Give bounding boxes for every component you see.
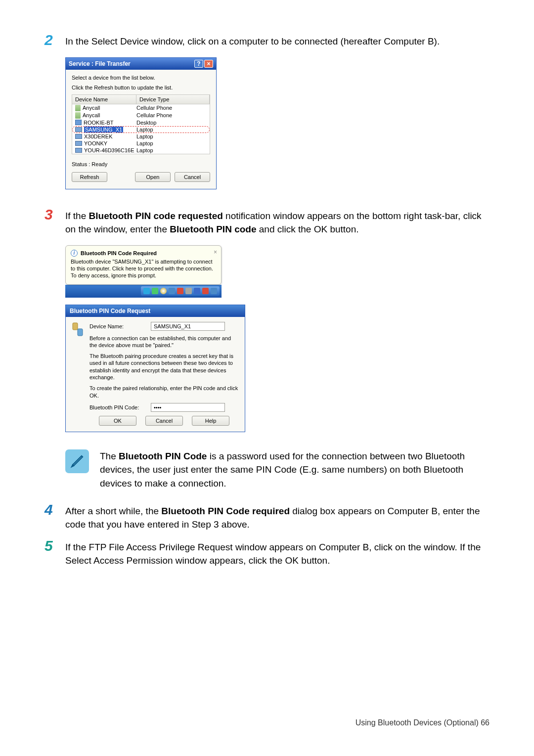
- step-2: 2 In the Select Device window, click on …: [44, 35, 490, 48]
- svg-rect-1: [78, 329, 83, 336]
- device-table-header: Device Name Device Type: [72, 95, 210, 104]
- status-text: Status : Ready: [72, 161, 210, 167]
- close-icon[interactable]: ×: [204, 60, 213, 68]
- ok-button[interactable]: OK: [99, 416, 136, 426]
- system-tray: [141, 286, 220, 296]
- notification-title: i Bluetooth PIN Code Required: [71, 250, 216, 257]
- cancel-button[interactable]: Cancel: [145, 416, 183, 426]
- pin-code-request-dialog: Bluetooth PIN Code Request Device Name: …: [65, 305, 245, 432]
- titlebar-buttons: ? ×: [194, 60, 213, 68]
- table-row[interactable]: Anycall Cellular Phone: [72, 112, 210, 119]
- step-number-2: 2: [44, 33, 65, 47]
- table-row[interactable]: ROOKIE-BT Desktop: [72, 119, 210, 126]
- laptop-icon: [75, 141, 82, 146]
- refresh-button[interactable]: Refresh: [72, 172, 107, 182]
- table-row[interactable]: X30DEREK Laptop: [72, 133, 210, 140]
- dialog-instruction-2: Click the Refresh button to update the l…: [72, 85, 210, 90]
- pin-paragraph-1: Before a connection can be established, …: [89, 335, 239, 349]
- step-number-5: 5: [44, 538, 65, 553]
- pin-dialog-content: Device Name: SAMSUNG_X1 Before a connect…: [89, 322, 239, 426]
- step-4: 4 After a short while, the Bluetooth PIN…: [44, 504, 490, 532]
- pin-dialog-buttons: OK Cancel Help: [89, 416, 239, 426]
- tray-icon[interactable]: [160, 288, 167, 294]
- tray-icon[interactable]: [185, 288, 192, 294]
- cancel-button[interactable]: Cancel: [175, 172, 210, 182]
- device-name-label: Device Name:: [89, 323, 148, 329]
- column-device-name[interactable]: Device Name: [72, 95, 136, 104]
- dialog-buttons: Refresh Open Cancel: [72, 172, 210, 184]
- device-name-field: SAMSUNG_X1: [151, 322, 225, 331]
- tray-icon[interactable]: [202, 288, 209, 294]
- pairing-icon: [72, 322, 85, 426]
- table-row[interactable]: Anycall Cellular Phone: [72, 104, 210, 112]
- pin-paragraph-3: To create the paired relationship, enter…: [89, 385, 239, 399]
- note-text: The Bluetooth PIN Code is a password use…: [100, 449, 490, 490]
- step-2-text: In the Select Device window, click on a …: [65, 35, 490, 48]
- note-icon: [65, 449, 89, 473]
- help-button[interactable]: Help: [192, 416, 229, 426]
- phone-icon: [75, 105, 81, 111]
- select-device-dialog-wrap: Service : File Transfer ? × Select a dev…: [65, 57, 490, 189]
- device-table: Device Name Device Type Anycall Cellular…: [72, 94, 210, 154]
- step-number-4: 4: [44, 502, 65, 517]
- notification-body: Bluetooth device "SAMSUNG_X1" is attempt…: [71, 258, 216, 279]
- dialog-instruction-1: Select a device from the list below.: [72, 75, 210, 81]
- phone-icon: [75, 112, 81, 119]
- tray-icon[interactable]: [211, 288, 217, 294]
- note-block: The Bluetooth PIN Code is a password use…: [65, 449, 490, 490]
- svg-rect-0: [73, 323, 78, 330]
- step-3-text: If the Bluetooth PIN code requested noti…: [65, 209, 490, 236]
- tray-icon[interactable]: [177, 288, 183, 294]
- column-device-type[interactable]: Device Type: [136, 95, 210, 104]
- tray-icon[interactable]: [194, 288, 200, 294]
- step-3: 3 If the Bluetooth PIN code requested no…: [44, 209, 490, 236]
- step-5-text: If the FTP File Access Privilege Request…: [65, 540, 490, 568]
- laptop-icon: [75, 148, 82, 153]
- open-button[interactable]: Open: [135, 172, 171, 182]
- pin-dialog-title: Bluetooth PIN Code Request: [66, 305, 245, 317]
- dialog-titlebar: Service : File Transfer ? ×: [66, 58, 216, 70]
- tray-icon[interactable]: [169, 288, 175, 294]
- table-row-selected[interactable]: SAMSUNG_X1 Laptop: [72, 126, 210, 133]
- dialog-title-text: Service : File Transfer: [69, 60, 131, 67]
- step-4-text: After a short while, the Bluetooth PIN C…: [65, 504, 490, 532]
- pin-code-input[interactable]: ••••: [151, 403, 225, 412]
- bluetooth-tray-icon[interactable]: [143, 288, 150, 294]
- pin-code-label: Bluetooth PIN Code:: [89, 404, 148, 410]
- step-number-3: 3: [44, 207, 65, 222]
- help-icon[interactable]: ?: [194, 60, 203, 68]
- taskbar: [65, 285, 222, 298]
- pin-dialog-body: Device Name: SAMSUNG_X1 Before a connect…: [66, 317, 245, 432]
- table-row[interactable]: YOUR-46D396C16E Laptop: [72, 147, 210, 154]
- pin-paragraph-2: The Bluetooth pairing procedure creates …: [89, 353, 239, 381]
- desktop-icon: [75, 120, 82, 125]
- step-5: 5 If the FTP File Access Privilege Reque…: [44, 540, 490, 568]
- table-row[interactable]: YOONKY Laptop: [72, 140, 210, 147]
- select-device-dialog: Service : File Transfer ? × Select a dev…: [65, 57, 217, 189]
- laptop-icon: [75, 134, 82, 139]
- close-icon[interactable]: ×: [214, 249, 217, 256]
- step-3-screenshots: × i Bluetooth PIN Code Required Bluetoot…: [65, 245, 490, 432]
- pin-notification-balloon[interactable]: × i Bluetooth PIN Code Required Bluetoot…: [65, 245, 222, 285]
- laptop-icon: [75, 127, 82, 132]
- tray-icon[interactable]: [152, 288, 158, 294]
- info-icon: i: [71, 250, 78, 257]
- dialog-body: Select a device from the list below. Cli…: [66, 70, 216, 189]
- page-footer: Using Bluetooth Devices (Optional) 66: [356, 718, 490, 727]
